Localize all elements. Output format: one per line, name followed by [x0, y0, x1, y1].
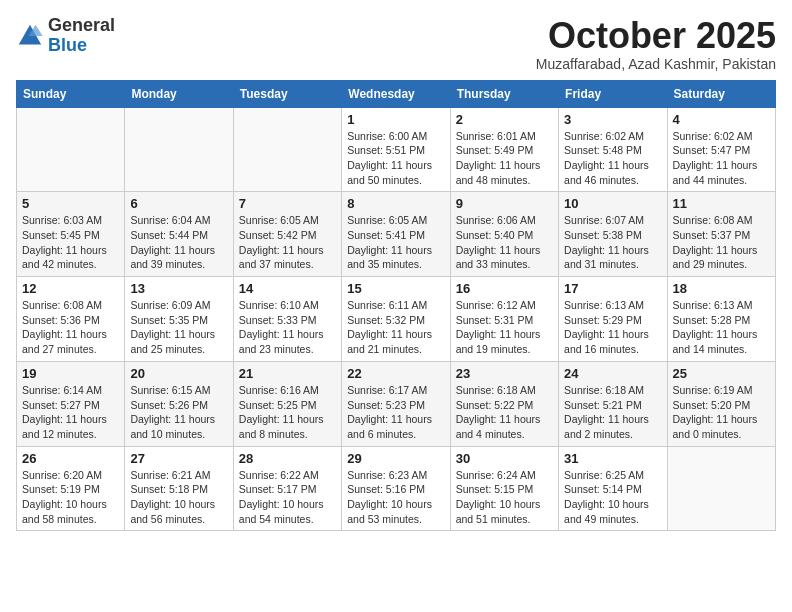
weekday-header-monday: Monday	[125, 80, 233, 107]
calendar-cell: 27Sunrise: 6:21 AM Sunset: 5:18 PM Dayli…	[125, 446, 233, 531]
day-info: Sunrise: 6:13 AM Sunset: 5:29 PM Dayligh…	[564, 298, 661, 357]
calendar-cell: 30Sunrise: 6:24 AM Sunset: 5:15 PM Dayli…	[450, 446, 558, 531]
calendar-cell	[125, 107, 233, 192]
calendar-cell	[17, 107, 125, 192]
day-number: 29	[347, 451, 444, 466]
day-number: 11	[673, 196, 770, 211]
weekday-header-row: SundayMondayTuesdayWednesdayThursdayFrid…	[17, 80, 776, 107]
day-info: Sunrise: 6:07 AM Sunset: 5:38 PM Dayligh…	[564, 213, 661, 272]
calendar-cell: 31Sunrise: 6:25 AM Sunset: 5:14 PM Dayli…	[559, 446, 667, 531]
logo-general-text: General	[48, 16, 115, 36]
calendar-cell	[667, 446, 775, 531]
day-number: 19	[22, 366, 119, 381]
day-info: Sunrise: 6:05 AM Sunset: 5:42 PM Dayligh…	[239, 213, 336, 272]
day-info: Sunrise: 6:02 AM Sunset: 5:48 PM Dayligh…	[564, 129, 661, 188]
day-info: Sunrise: 6:02 AM Sunset: 5:47 PM Dayligh…	[673, 129, 770, 188]
day-number: 3	[564, 112, 661, 127]
calendar-table: SundayMondayTuesdayWednesdayThursdayFrid…	[16, 80, 776, 532]
day-info: Sunrise: 6:06 AM Sunset: 5:40 PM Dayligh…	[456, 213, 553, 272]
calendar-cell: 14Sunrise: 6:10 AM Sunset: 5:33 PM Dayli…	[233, 277, 341, 362]
day-number: 6	[130, 196, 227, 211]
calendar-cell: 21Sunrise: 6:16 AM Sunset: 5:25 PM Dayli…	[233, 361, 341, 446]
logo: General Blue	[16, 16, 115, 56]
calendar-cell: 10Sunrise: 6:07 AM Sunset: 5:38 PM Dayli…	[559, 192, 667, 277]
day-info: Sunrise: 6:10 AM Sunset: 5:33 PM Dayligh…	[239, 298, 336, 357]
day-number: 10	[564, 196, 661, 211]
day-number: 31	[564, 451, 661, 466]
day-number: 27	[130, 451, 227, 466]
week-row-2: 5Sunrise: 6:03 AM Sunset: 5:45 PM Daylig…	[17, 192, 776, 277]
day-number: 12	[22, 281, 119, 296]
calendar-cell: 25Sunrise: 6:19 AM Sunset: 5:20 PM Dayli…	[667, 361, 775, 446]
calendar-cell: 29Sunrise: 6:23 AM Sunset: 5:16 PM Dayli…	[342, 446, 450, 531]
day-number: 20	[130, 366, 227, 381]
day-number: 13	[130, 281, 227, 296]
day-number: 24	[564, 366, 661, 381]
calendar-cell: 23Sunrise: 6:18 AM Sunset: 5:22 PM Dayli…	[450, 361, 558, 446]
day-info: Sunrise: 6:23 AM Sunset: 5:16 PM Dayligh…	[347, 468, 444, 527]
calendar-cell: 8Sunrise: 6:05 AM Sunset: 5:41 PM Daylig…	[342, 192, 450, 277]
calendar-cell: 26Sunrise: 6:20 AM Sunset: 5:19 PM Dayli…	[17, 446, 125, 531]
day-number: 1	[347, 112, 444, 127]
weekday-header-thursday: Thursday	[450, 80, 558, 107]
day-info: Sunrise: 6:16 AM Sunset: 5:25 PM Dayligh…	[239, 383, 336, 442]
day-info: Sunrise: 6:14 AM Sunset: 5:27 PM Dayligh…	[22, 383, 119, 442]
day-number: 2	[456, 112, 553, 127]
day-info: Sunrise: 6:11 AM Sunset: 5:32 PM Dayligh…	[347, 298, 444, 357]
day-info: Sunrise: 6:03 AM Sunset: 5:45 PM Dayligh…	[22, 213, 119, 272]
day-info: Sunrise: 6:24 AM Sunset: 5:15 PM Dayligh…	[456, 468, 553, 527]
day-number: 8	[347, 196, 444, 211]
day-info: Sunrise: 6:09 AM Sunset: 5:35 PM Dayligh…	[130, 298, 227, 357]
logo-icon	[16, 22, 44, 50]
day-number: 28	[239, 451, 336, 466]
day-number: 22	[347, 366, 444, 381]
week-row-5: 26Sunrise: 6:20 AM Sunset: 5:19 PM Dayli…	[17, 446, 776, 531]
calendar-cell: 5Sunrise: 6:03 AM Sunset: 5:45 PM Daylig…	[17, 192, 125, 277]
calendar-cell: 3Sunrise: 6:02 AM Sunset: 5:48 PM Daylig…	[559, 107, 667, 192]
calendar-cell: 15Sunrise: 6:11 AM Sunset: 5:32 PM Dayli…	[342, 277, 450, 362]
day-number: 9	[456, 196, 553, 211]
calendar-cell: 7Sunrise: 6:05 AM Sunset: 5:42 PM Daylig…	[233, 192, 341, 277]
day-info: Sunrise: 6:04 AM Sunset: 5:44 PM Dayligh…	[130, 213, 227, 272]
day-number: 7	[239, 196, 336, 211]
calendar-cell: 19Sunrise: 6:14 AM Sunset: 5:27 PM Dayli…	[17, 361, 125, 446]
month-title: October 2025	[536, 16, 776, 56]
day-number: 23	[456, 366, 553, 381]
day-info: Sunrise: 6:13 AM Sunset: 5:28 PM Dayligh…	[673, 298, 770, 357]
day-number: 26	[22, 451, 119, 466]
week-row-1: 1Sunrise: 6:00 AM Sunset: 5:51 PM Daylig…	[17, 107, 776, 192]
day-number: 14	[239, 281, 336, 296]
calendar-cell: 11Sunrise: 6:08 AM Sunset: 5:37 PM Dayli…	[667, 192, 775, 277]
day-info: Sunrise: 6:08 AM Sunset: 5:36 PM Dayligh…	[22, 298, 119, 357]
weekday-header-saturday: Saturday	[667, 80, 775, 107]
day-number: 16	[456, 281, 553, 296]
day-info: Sunrise: 6:12 AM Sunset: 5:31 PM Dayligh…	[456, 298, 553, 357]
day-number: 5	[22, 196, 119, 211]
calendar-cell: 12Sunrise: 6:08 AM Sunset: 5:36 PM Dayli…	[17, 277, 125, 362]
day-number: 18	[673, 281, 770, 296]
day-info: Sunrise: 6:20 AM Sunset: 5:19 PM Dayligh…	[22, 468, 119, 527]
day-info: Sunrise: 6:15 AM Sunset: 5:26 PM Dayligh…	[130, 383, 227, 442]
calendar-cell: 4Sunrise: 6:02 AM Sunset: 5:47 PM Daylig…	[667, 107, 775, 192]
day-number: 17	[564, 281, 661, 296]
day-number: 30	[456, 451, 553, 466]
week-row-4: 19Sunrise: 6:14 AM Sunset: 5:27 PM Dayli…	[17, 361, 776, 446]
calendar-cell: 24Sunrise: 6:18 AM Sunset: 5:21 PM Dayli…	[559, 361, 667, 446]
calendar-cell: 28Sunrise: 6:22 AM Sunset: 5:17 PM Dayli…	[233, 446, 341, 531]
calendar-cell: 20Sunrise: 6:15 AM Sunset: 5:26 PM Dayli…	[125, 361, 233, 446]
weekday-header-tuesday: Tuesday	[233, 80, 341, 107]
day-info: Sunrise: 6:08 AM Sunset: 5:37 PM Dayligh…	[673, 213, 770, 272]
calendar-cell: 16Sunrise: 6:12 AM Sunset: 5:31 PM Dayli…	[450, 277, 558, 362]
weekday-header-sunday: Sunday	[17, 80, 125, 107]
day-info: Sunrise: 6:18 AM Sunset: 5:22 PM Dayligh…	[456, 383, 553, 442]
calendar-cell: 2Sunrise: 6:01 AM Sunset: 5:49 PM Daylig…	[450, 107, 558, 192]
day-info: Sunrise: 6:01 AM Sunset: 5:49 PM Dayligh…	[456, 129, 553, 188]
calendar-cell: 1Sunrise: 6:00 AM Sunset: 5:51 PM Daylig…	[342, 107, 450, 192]
page-header: General Blue October 2025 Muzaffarabad, …	[16, 16, 776, 72]
day-info: Sunrise: 6:19 AM Sunset: 5:20 PM Dayligh…	[673, 383, 770, 442]
day-info: Sunrise: 6:22 AM Sunset: 5:17 PM Dayligh…	[239, 468, 336, 527]
day-info: Sunrise: 6:21 AM Sunset: 5:18 PM Dayligh…	[130, 468, 227, 527]
day-info: Sunrise: 6:05 AM Sunset: 5:41 PM Dayligh…	[347, 213, 444, 272]
location-subtitle: Muzaffarabad, Azad Kashmir, Pakistan	[536, 56, 776, 72]
calendar-cell	[233, 107, 341, 192]
